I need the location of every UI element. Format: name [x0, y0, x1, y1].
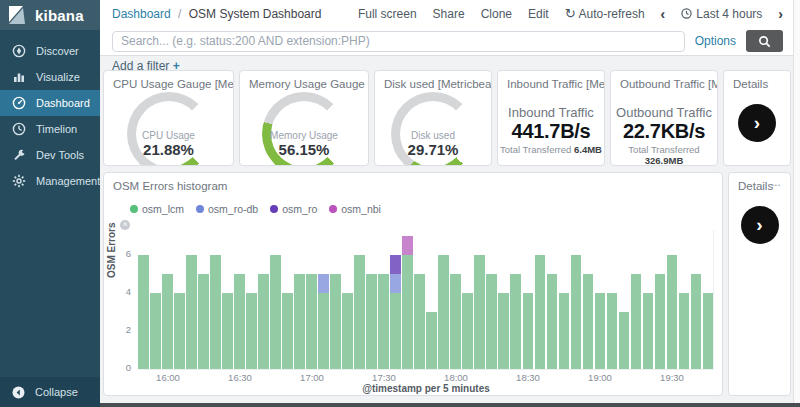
histogram-bar[interactable] [462, 293, 473, 369]
panel-osm-errors-histogram: OSM Errors histogram osm_lcmosm_ro-dbosm… [103, 172, 723, 396]
panel-inbound-traffic: Inbound Traffic [Metri... Inbound Traffi… [497, 70, 605, 166]
histogram-bar[interactable] [282, 293, 293, 369]
histogram-bar[interactable] [354, 255, 365, 369]
histogram-bar[interactable] [426, 312, 437, 369]
search-input[interactable] [112, 31, 685, 52]
histogram-bar[interactable] [691, 274, 702, 369]
legend-item-osm_lcm[interactable]: osm_lcm [130, 203, 184, 215]
histogram-bar[interactable] [246, 293, 257, 369]
histogram-bar[interactable] [342, 293, 353, 369]
panel-title: Disk used [Metricbeat Syst... [375, 71, 491, 90]
histogram-bar[interactable] [270, 255, 281, 369]
time-back-button[interactable]: ‹ [661, 6, 666, 22]
histogram-bar[interactable] [186, 255, 197, 369]
time-forward-button[interactable]: › [778, 6, 783, 22]
panel-outbound-traffic: Outbound Traffic [Met... Outbound Traffi… [610, 70, 718, 166]
sidebar-collapse-button[interactable]: Collapse [0, 377, 100, 407]
histogram-bar[interactable] [162, 274, 173, 369]
histogram-bar[interactable] [390, 255, 401, 369]
chevron-right-icon: › [754, 113, 760, 132]
refresh-icon: ↻ [565, 6, 576, 21]
histogram-bar[interactable] [643, 293, 654, 369]
cpu-gauge[interactable]: CPU Usage 21.88% [127, 92, 211, 162]
histogram-bar[interactable] [318, 274, 329, 369]
histogram-bar[interactable] [366, 274, 377, 369]
auto-refresh-button[interactable]: ↻Auto-refresh [565, 6, 645, 21]
histogram-bar[interactable] [655, 274, 666, 369]
histogram-bar[interactable] [474, 255, 485, 369]
sidebar-item-management[interactable]: Management [0, 168, 100, 194]
metric-label: Inbound Traffic [498, 105, 604, 120]
histogram-bar[interactable] [571, 255, 582, 369]
breadcrumb-dashboard-link[interactable]: Dashboard [112, 7, 171, 21]
histogram-bar[interactable] [486, 274, 497, 369]
histogram-bar[interactable] [414, 274, 425, 369]
histogram-bar[interactable] [258, 274, 269, 369]
details-button[interactable]: › [741, 206, 779, 244]
legend-item-osm_ro[interactable]: osm_ro [270, 203, 317, 215]
histogram-bar[interactable] [150, 293, 161, 369]
sidebar-item-dashboard[interactable]: Dashboard [0, 90, 100, 116]
y-tick-label: 2 [126, 324, 131, 335]
histogram-bar[interactable] [667, 255, 678, 369]
histogram-bar[interactable] [330, 274, 341, 369]
histogram-bar[interactable] [607, 293, 618, 369]
histogram-bar[interactable] [222, 293, 233, 369]
histogram-bar[interactable] [510, 274, 521, 369]
sidebar-item-timelion[interactable]: Timelion [0, 116, 100, 142]
disk-gauge[interactable]: Disk used 29.71% [391, 92, 475, 162]
legend-item-osm_nbi[interactable]: osm_nbi [329, 203, 381, 215]
kibana-logo[interactable]: kibana [0, 0, 100, 30]
sidebar-item-devtools[interactable]: Dev Tools [0, 142, 100, 168]
legend-item-osm_ro-db[interactable]: osm_ro-db [196, 203, 258, 215]
panel-menu-icon[interactable]: ••• [772, 182, 781, 188]
bar-segment-osm_lcm [474, 255, 485, 369]
histogram-bar[interactable] [583, 274, 594, 369]
histogram-bar[interactable] [198, 274, 209, 369]
panel-disk-gauge: Disk used [Metricbeat Syst... Disk used … [374, 70, 492, 166]
sidebar-item-label: Dashboard [36, 97, 90, 109]
edit-button[interactable]: Edit [528, 7, 549, 21]
x-tick-label: 17:30 [372, 372, 396, 383]
histogram-bar[interactable] [174, 293, 185, 369]
clone-button[interactable]: Clone [481, 7, 512, 21]
histogram-bar[interactable] [547, 274, 558, 369]
sidebar-item-visualize[interactable]: Visualize [0, 64, 100, 90]
histogram-bar[interactable] [378, 274, 389, 369]
histogram-bar[interactable] [450, 274, 461, 369]
bar-segment-osm_lcm [306, 274, 317, 369]
share-button[interactable]: Share [433, 7, 465, 21]
histogram-bar[interactable] [138, 255, 149, 369]
histogram-bar[interactable] [523, 293, 534, 369]
details-button[interactable]: › [738, 104, 776, 142]
panel-row-top: CPU Usage Gauge [Metric... CPU Usage 21.… [103, 70, 791, 166]
histogram-bar[interactable] [595, 293, 606, 369]
histogram-bar[interactable] [306, 274, 317, 369]
x-axis-title: @timestamp per 5 minutes [138, 383, 714, 394]
histogram-bar[interactable] [535, 255, 546, 369]
histogram-bar[interactable] [402, 236, 413, 369]
sidebar-item-discover[interactable]: Discover [0, 38, 100, 64]
search-button[interactable] [746, 30, 783, 52]
histogram-bar[interactable] [559, 293, 570, 369]
histogram-bar[interactable] [631, 274, 642, 369]
histogram-bar[interactable] [679, 293, 690, 369]
bar-segment-osm_lcm [667, 255, 678, 369]
memory-gauge[interactable]: Memory Usage 56.15% [262, 92, 346, 162]
histogram-bar[interactable] [210, 255, 221, 369]
histogram-bar[interactable] [234, 274, 245, 369]
histogram-bar[interactable] [619, 312, 630, 369]
time-range-picker[interactable]: Last 4 hours [681, 7, 762, 21]
full-screen-button[interactable]: Full screen [358, 7, 417, 21]
page-scrollbar[interactable] [793, 0, 800, 407]
histogram-bar[interactable] [294, 274, 305, 369]
histogram-bar[interactable] [438, 255, 449, 369]
bar-segment-osm_lcm [583, 274, 594, 369]
bar-segment-osm_lcm [138, 255, 149, 369]
histogram-bar[interactable] [498, 293, 509, 369]
panel-title: Memory Usage Gauge [Me... [240, 71, 368, 90]
options-link[interactable]: Options [695, 34, 736, 48]
histogram-bar[interactable] [703, 293, 714, 369]
bar-segment-osm_lcm [270, 255, 281, 369]
legend-toggle-icon[interactable]: ^ [120, 220, 130, 230]
